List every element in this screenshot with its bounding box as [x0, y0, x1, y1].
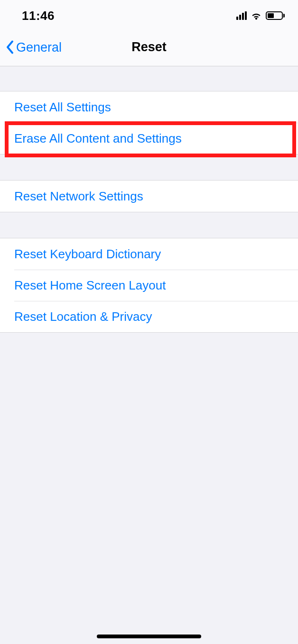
back-label: General	[16, 40, 62, 54]
wifi-icon	[251, 11, 262, 20]
status-right-cluster	[236, 11, 285, 20]
reset-location-privacy-row[interactable]: Reset Location & Privacy	[0, 301, 298, 332]
status-bar: 11:46	[0, 0, 298, 28]
section: Reset Keyboard Dictionary Reset Home Scr…	[0, 238, 298, 333]
chevron-left-icon	[6, 40, 14, 54]
reset-home-screen-layout-row[interactable]: Reset Home Screen Layout	[0, 270, 298, 301]
cellular-signal-icon	[236, 11, 247, 20]
row-label: Reset Keyboard Dictionary	[14, 247, 161, 262]
battery-icon	[266, 11, 285, 20]
page-title: Reset	[131, 40, 167, 54]
navigation-bar: General Reset	[0, 28, 298, 66]
row-group: Reset Keyboard Dictionary Reset Home Scr…	[0, 238, 298, 333]
reset-all-settings-row[interactable]: Reset All Settings	[0, 91, 298, 123]
erase-all-content-row[interactable]: Erase All Content and Settings	[0, 123, 298, 154]
row-label: Reset Location & Privacy	[14, 309, 152, 324]
section: Reset Network Settings	[0, 180, 298, 212]
status-time: 11:46	[22, 9, 55, 23]
back-button[interactable]: General	[6, 40, 62, 54]
reset-keyboard-dictionary-row[interactable]: Reset Keyboard Dictionary	[0, 238, 298, 270]
reset-network-settings-row[interactable]: Reset Network Settings	[0, 181, 298, 212]
row-label: Reset Home Screen Layout	[14, 278, 166, 293]
row-label: Reset Network Settings	[14, 189, 143, 204]
row-label: Reset All Settings	[14, 100, 111, 115]
row-group: Reset All Settings Erase All Content and…	[0, 91, 298, 154]
home-indicator[interactable]	[97, 635, 201, 638]
row-label: Erase All Content and Settings	[14, 131, 182, 146]
row-group: Reset Network Settings	[0, 180, 298, 212]
section: Reset All Settings Erase All Content and…	[0, 91, 298, 154]
